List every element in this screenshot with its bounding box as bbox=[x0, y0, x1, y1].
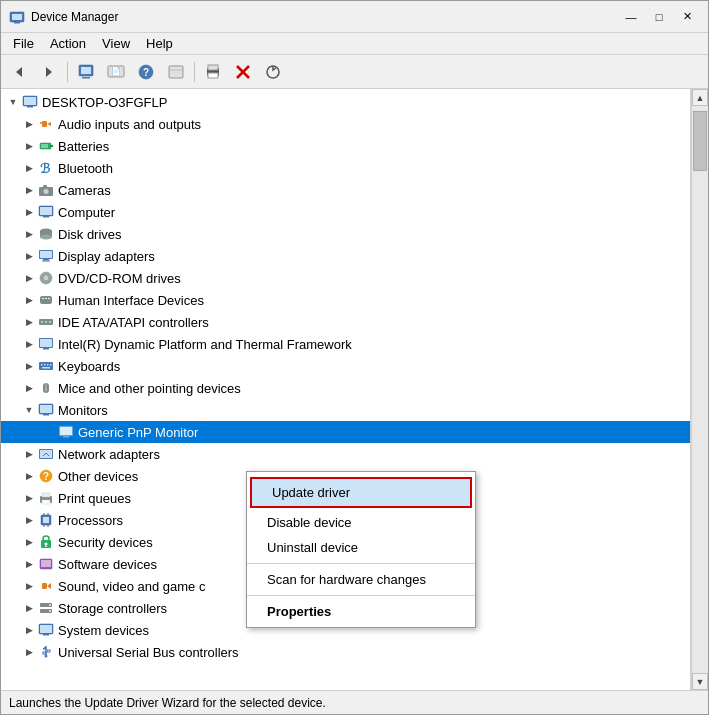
tree-item-bluetooth[interactable]: ▶ ℬ Bluetooth bbox=[1, 157, 690, 179]
scroll-thumb[interactable] bbox=[693, 111, 707, 171]
other-expand-icon[interactable]: ▶ bbox=[21, 468, 37, 484]
dvd-expand-icon[interactable]: ▶ bbox=[21, 270, 37, 286]
menu-action[interactable]: Action bbox=[42, 34, 94, 53]
tree-item-batteries[interactable]: ▶ Batteries bbox=[1, 135, 690, 157]
menu-file[interactable]: File bbox=[5, 34, 42, 53]
tree-root[interactable]: ▼ DESKTOP-O3FGFLP bbox=[1, 91, 690, 113]
tree-item-display[interactable]: ▶ Display adapters bbox=[1, 245, 690, 267]
svg-point-43 bbox=[45, 277, 47, 279]
tree-item-intel[interactable]: ▶ Intel(R) Dynamic Platform and Thermal … bbox=[1, 333, 690, 355]
processors-icon bbox=[37, 511, 55, 529]
tree-item-hid[interactable]: ▶ Human Interface Devices bbox=[1, 289, 690, 311]
update-driver-button[interactable]: 📄 bbox=[102, 59, 130, 85]
svg-rect-51 bbox=[49, 321, 51, 323]
software-expand-icon[interactable]: ▶ bbox=[21, 556, 37, 572]
svg-rect-58 bbox=[47, 364, 49, 366]
computer-expand-icon[interactable]: ▶ bbox=[21, 204, 37, 220]
print-expand-icon[interactable]: ▶ bbox=[21, 490, 37, 506]
toolbar-sep-1 bbox=[67, 62, 68, 82]
keyboards-icon bbox=[37, 357, 55, 375]
generic-pnp-icon bbox=[57, 423, 75, 441]
storage-icon bbox=[37, 599, 55, 617]
menu-view[interactable]: View bbox=[94, 34, 138, 53]
close-button[interactable]: ✕ bbox=[674, 7, 700, 27]
scroll-track[interactable] bbox=[692, 106, 708, 673]
help-button[interactable]: ? bbox=[132, 59, 160, 85]
tree-item-generic-pnp[interactable]: ▶ Generic PnP Monitor bbox=[1, 421, 690, 443]
svg-point-36 bbox=[40, 235, 52, 240]
tree-item-monitors[interactable]: ▼ Monitors bbox=[1, 399, 690, 421]
delete-button[interactable] bbox=[229, 59, 257, 85]
security-expand-icon[interactable]: ▶ bbox=[21, 534, 37, 550]
ctx-disable-device[interactable]: Disable device bbox=[247, 510, 475, 535]
svg-rect-38 bbox=[40, 251, 52, 258]
forward-button[interactable] bbox=[35, 59, 63, 85]
maximize-button[interactable]: □ bbox=[646, 7, 672, 27]
storage-expand-icon[interactable]: ▶ bbox=[21, 600, 37, 616]
usb-expand-icon[interactable]: ▶ bbox=[21, 644, 37, 660]
scan-button[interactable] bbox=[162, 59, 190, 85]
print-label: Print queues bbox=[58, 491, 131, 506]
bluetooth-expand-icon[interactable]: ▶ bbox=[21, 160, 37, 176]
tree-item-disk[interactable]: ▶ Disk drives bbox=[1, 223, 690, 245]
mice-expand-icon[interactable]: ▶ bbox=[21, 380, 37, 396]
keyboards-expand-icon[interactable]: ▶ bbox=[21, 358, 37, 374]
svg-rect-16 bbox=[208, 73, 218, 78]
disk-expand-icon[interactable]: ▶ bbox=[21, 226, 37, 242]
ctx-sep-1 bbox=[247, 563, 475, 564]
svg-rect-101 bbox=[47, 650, 50, 652]
ctx-uninstall-device[interactable]: Uninstall device bbox=[247, 535, 475, 560]
root-icon bbox=[21, 93, 39, 111]
system-expand-icon[interactable]: ▶ bbox=[21, 622, 37, 638]
processors-expand-icon[interactable]: ▶ bbox=[21, 512, 37, 528]
tree-item-usb[interactable]: ▶ Universal Serial Bus controllers bbox=[1, 641, 690, 663]
hid-expand-icon[interactable]: ▶ bbox=[21, 292, 37, 308]
ctx-scan[interactable]: Scan for hardware changes bbox=[247, 567, 475, 592]
device-manager-window: Device Manager — □ ✕ File Action View He… bbox=[0, 0, 709, 715]
network-expand-icon[interactable]: ▶ bbox=[21, 446, 37, 462]
display-expand-icon[interactable]: ▶ bbox=[21, 248, 37, 264]
tree-item-keyboards[interactable]: ▶ Keyboards bbox=[1, 355, 690, 377]
tree-item-ide[interactable]: ▶ IDE ATA/ATAPI controllers bbox=[1, 311, 690, 333]
scrollbar[interactable]: ▲ ▼ bbox=[691, 89, 708, 690]
content-area: ▼ DESKTOP-O3FGFLP ▶ bbox=[1, 89, 708, 690]
tree-item-audio[interactable]: ▶ Audio inputs and outputs bbox=[1, 113, 690, 135]
security-label: Security devices bbox=[58, 535, 153, 550]
tree-item-cameras[interactable]: ▶ Cameras bbox=[1, 179, 690, 201]
device-tree[interactable]: ▼ DESKTOP-O3FGFLP ▶ bbox=[1, 89, 691, 690]
tree-item-dvd[interactable]: ▶ DVD/CD-ROM drives bbox=[1, 267, 690, 289]
menu-help[interactable]: Help bbox=[138, 34, 181, 53]
print-button[interactable] bbox=[199, 59, 227, 85]
cameras-icon bbox=[37, 181, 55, 199]
other-label: Other devices bbox=[58, 469, 138, 484]
svg-rect-22 bbox=[27, 106, 33, 108]
cameras-expand-icon[interactable]: ▶ bbox=[21, 182, 37, 198]
svg-text:ℬ: ℬ bbox=[40, 161, 51, 176]
refresh-button[interactable] bbox=[259, 59, 287, 85]
ctx-sep-2 bbox=[247, 595, 475, 596]
scroll-down-button[interactable]: ▼ bbox=[692, 673, 708, 690]
sound-expand-icon[interactable]: ▶ bbox=[21, 578, 37, 594]
batteries-expand-icon[interactable]: ▶ bbox=[21, 138, 37, 154]
audio-expand-icon[interactable]: ▶ bbox=[21, 116, 37, 132]
ide-icon bbox=[37, 313, 55, 331]
root-expand-icon[interactable]: ▼ bbox=[5, 94, 21, 110]
ctx-properties[interactable]: Properties bbox=[247, 599, 475, 624]
intel-expand-icon[interactable]: ▶ bbox=[21, 336, 37, 352]
display-label: Display adapters bbox=[58, 249, 155, 264]
intel-icon bbox=[37, 335, 55, 353]
ide-expand-icon[interactable]: ▶ bbox=[21, 314, 37, 330]
usb-icon bbox=[37, 643, 55, 661]
minimize-button[interactable]: — bbox=[618, 7, 644, 27]
properties-button[interactable] bbox=[72, 59, 100, 85]
back-button[interactable] bbox=[5, 59, 33, 85]
cameras-label: Cameras bbox=[58, 183, 111, 198]
tree-item-mice[interactable]: ▶ Mice and other pointing devices bbox=[1, 377, 690, 399]
ctx-update-driver[interactable]: Update driver bbox=[252, 479, 470, 506]
tree-item-computer[interactable]: ▶ Computer bbox=[1, 201, 690, 223]
svg-rect-39 bbox=[43, 259, 49, 261]
svg-point-29 bbox=[43, 189, 49, 195]
tree-item-network[interactable]: ▶ Network adapters bbox=[1, 443, 690, 465]
monitors-expand-icon[interactable]: ▼ bbox=[21, 402, 37, 418]
scroll-up-button[interactable]: ▲ bbox=[692, 89, 708, 106]
